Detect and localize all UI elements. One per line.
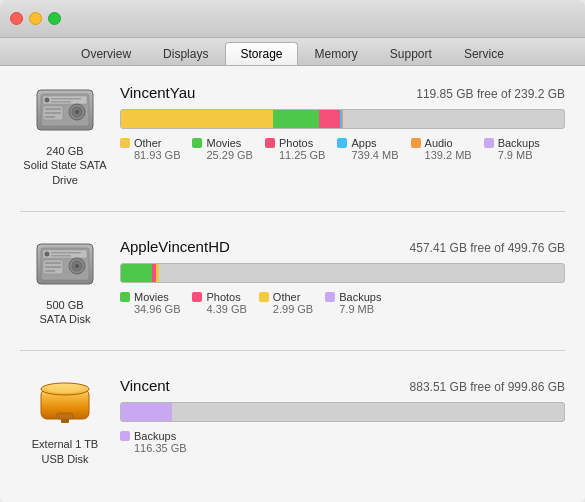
storage-legend-disk3: Backups116.35 GB: [120, 430, 565, 454]
hdd-icon: [33, 82, 97, 138]
disk-entry-disk2: 500 GBSATA DiskAppleVincentHD457.41 GB f…: [20, 236, 565, 327]
tab-overview[interactable]: Overview: [66, 42, 146, 65]
disk-name-disk3: Vincent: [120, 377, 170, 394]
legend-item: Movies34.96 GB: [120, 291, 180, 315]
system-info-window: OverviewDisplaysStorageMemorySupportServ…: [0, 0, 585, 502]
bar-segment: [121, 403, 172, 421]
legend-row: Other: [259, 291, 301, 303]
svg-rect-24: [45, 266, 61, 268]
tab-bar: OverviewDisplaysStorageMemorySupportServ…: [0, 38, 585, 66]
legend-item: Backups116.35 GB: [120, 430, 187, 454]
legend-item: Photos11.25 GB: [265, 137, 325, 161]
disk-free-disk2: 457.41 GB free of 499.76 GB: [410, 241, 565, 255]
legend-dot: [265, 138, 275, 148]
bar-segment: [319, 110, 340, 128]
svg-rect-23: [45, 262, 61, 264]
tab-service[interactable]: Service: [449, 42, 519, 65]
close-button[interactable]: [10, 12, 23, 25]
legend-size: 7.9 MB: [484, 149, 533, 161]
disk-icon-area-disk2: 500 GBSATA Disk: [20, 236, 110, 327]
legend-label: Apps: [351, 137, 376, 149]
svg-rect-12: [45, 116, 55, 118]
legend-size: 4.39 GB: [192, 303, 246, 315]
storage-bar-disk2: [120, 263, 565, 283]
svg-rect-30: [61, 419, 69, 423]
legend-size: 25.29 GB: [192, 149, 252, 161]
legend-row: Movies: [192, 137, 241, 149]
legend-dot: [325, 292, 335, 302]
legend-size: 139.2 MB: [411, 149, 472, 161]
legend-item: Backups7.9 MB: [484, 137, 540, 161]
legend-item: Movies25.29 GB: [192, 137, 252, 161]
disk-label-disk3: External 1 TBUSB Disk: [32, 437, 98, 466]
legend-row: Backups: [120, 430, 176, 442]
disk-info-disk3: Vincent883.51 GB free of 999.86 GBBackup…: [110, 375, 565, 454]
legend-row: Audio: [411, 137, 453, 149]
bar-segment: [273, 110, 320, 128]
disk-entry-disk1: 240 GBSolid State SATADriveVincentYau119…: [20, 82, 565, 187]
legend-item: Other2.99 GB: [259, 291, 313, 315]
legend-dot: [259, 292, 269, 302]
storage-legend-disk1: Other81.93 GBMovies25.29 GBPhotos11.25 G…: [120, 137, 565, 161]
legend-row: Photos: [192, 291, 240, 303]
disk-label-disk1: 240 GBSolid State SATADrive: [23, 144, 106, 187]
legend-dot: [120, 138, 130, 148]
legend-label: Photos: [206, 291, 240, 303]
legend-label: Other: [273, 291, 301, 303]
svg-rect-17: [51, 252, 81, 254]
legend-dot: [120, 431, 130, 441]
svg-point-28: [47, 385, 83, 393]
tab-storage[interactable]: Storage: [225, 42, 297, 65]
legend-size: 81.93 GB: [120, 149, 180, 161]
legend-row: Photos: [265, 137, 313, 149]
legend-size: 7.9 MB: [325, 303, 374, 315]
svg-rect-4: [51, 98, 81, 100]
svg-point-21: [75, 264, 79, 268]
legend-item: Backups7.9 MB: [325, 291, 381, 315]
external-disk-icon: [33, 375, 97, 431]
minimize-button[interactable]: [29, 12, 42, 25]
disk-name-disk1: VincentYau: [120, 84, 195, 101]
tab-support[interactable]: Support: [375, 42, 447, 65]
disk-info-disk1: VincentYau119.85 GB free of 239.2 GBOthe…: [110, 82, 565, 161]
legend-label: Backups: [134, 430, 176, 442]
legend-dot: [192, 292, 202, 302]
disk-icon-area-disk1: 240 GBSolid State SATADrive: [20, 82, 110, 187]
svg-rect-25: [45, 270, 55, 272]
tab-displays[interactable]: Displays: [148, 42, 223, 65]
legend-dot: [337, 138, 347, 148]
bar-segment: [156, 264, 159, 282]
disk-divider: [20, 211, 565, 212]
legend-dot: [411, 138, 421, 148]
disk-name-disk2: AppleVincentHD: [120, 238, 230, 255]
bar-segment: [121, 264, 152, 282]
disk-free-disk3: 883.51 GB free of 999.86 GB: [410, 380, 565, 394]
svg-point-8: [75, 110, 79, 114]
svg-rect-29: [57, 413, 73, 419]
storage-bar-disk3: [120, 402, 565, 422]
legend-item: Audio139.2 MB: [411, 137, 472, 161]
title-bar: [0, 0, 585, 38]
legend-row: Other: [120, 137, 162, 149]
bar-segment: [121, 110, 273, 128]
legend-row: Apps: [337, 137, 376, 149]
svg-point-3: [45, 98, 50, 103]
svg-rect-18: [51, 255, 71, 257]
disk-label-disk2: 500 GBSATA Disk: [40, 298, 91, 327]
traffic-lights: [10, 12, 61, 25]
svg-rect-10: [45, 108, 61, 110]
legend-row: Movies: [120, 291, 169, 303]
legend-dot: [192, 138, 202, 148]
legend-size: 116.35 GB: [120, 442, 187, 454]
disk-free-disk1: 119.85 GB free of 239.2 GB: [416, 87, 565, 101]
svg-rect-15: [43, 250, 87, 258]
legend-label: Audio: [425, 137, 453, 149]
maximize-button[interactable]: [48, 12, 61, 25]
storage-content: 240 GBSolid State SATADriveVincentYau119…: [0, 66, 585, 502]
disk-info-disk2: AppleVincentHD457.41 GB free of 499.76 G…: [110, 236, 565, 315]
legend-dot: [484, 138, 494, 148]
legend-item: Apps739.4 MB: [337, 137, 398, 161]
legend-label: Other: [134, 137, 162, 149]
hdd-icon: [33, 236, 97, 292]
tab-memory[interactable]: Memory: [300, 42, 373, 65]
